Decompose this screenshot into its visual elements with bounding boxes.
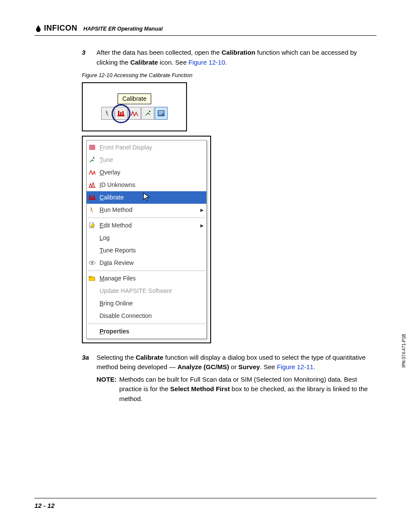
menu-item-label: Run Method [100, 205, 132, 215]
svg-rect-7 [159, 112, 164, 113]
menu-item-label: Tune Reports [100, 246, 136, 255]
menu-item-label: Disable Connection [100, 311, 152, 320]
svg-rect-9 [89, 145, 95, 150]
step-number: 3a [82, 353, 91, 404]
menu-item-label: Calibrate [100, 193, 124, 202]
submenu-arrow-icon: ▶ [200, 222, 204, 229]
calibrate-toolbar-icon[interactable] [115, 107, 128, 120]
panel-icon [88, 144, 96, 151]
tune-toolbar-icon[interactable] [141, 107, 154, 120]
menu-item-tune: Tune [87, 154, 206, 166]
menu-item-label: Edit Method [100, 221, 132, 230]
overlay-toolbar-icon[interactable] [128, 107, 141, 120]
menu-item-label: Overlay [100, 168, 120, 177]
calibrate-tooltip: Calibrate [118, 93, 151, 104]
blank-icon [88, 247, 96, 254]
menu-item-properties[interactable]: Properties [87, 325, 206, 338]
menu-item-run-method[interactable]: Run Method▶ [87, 204, 206, 216]
menu-item-label: Manage Files [100, 274, 136, 283]
blank-icon [88, 234, 96, 241]
page-header: INFICON HAPSITE ER Operating Manual [34, 24, 377, 36]
menu-item-manage-files[interactable]: Manage Files [87, 272, 206, 285]
note-block: NOTE: Methods can be built for Full Scan… [97, 375, 377, 404]
blank-icon [88, 328, 96, 335]
svg-rect-20 [89, 276, 91, 277]
id-icon [88, 181, 96, 188]
note-text: Methods can be built for Full Scan data … [119, 375, 377, 404]
svg-rect-8 [159, 114, 162, 115]
context-menu: Front Panel DisplayTuneOverlayID Unknown… [86, 140, 207, 339]
note-label: NOTE: [97, 375, 117, 404]
tune-icon [88, 156, 96, 163]
step-3a: 3a Selecting the Calibrate function will… [82, 353, 377, 404]
svg-rect-2 [120, 112, 121, 115]
blank-icon [88, 287, 96, 294]
menu-item-label: Properties [100, 327, 129, 336]
svg-rect-6 [159, 111, 164, 112]
menu-item-edit-method[interactable]: Edit Method▶ [87, 219, 206, 232]
menu-item-overlay[interactable]: Overlay [87, 166, 206, 179]
brand-name: INFICON [44, 24, 78, 33]
page-number: 12 - 12 [34, 498, 377, 509]
menu-item-label: Log [100, 233, 109, 243]
svg-rect-12 [89, 199, 96, 200]
calib-icon [88, 194, 96, 201]
menu-item-front-panel-display: Front Panel Display [87, 141, 206, 154]
droplet-icon [34, 25, 42, 32]
svg-point-18 [91, 262, 93, 264]
svg-rect-4 [149, 111, 150, 112]
menu-separator [87, 271, 206, 271]
figure-toolbar-box: Calibrate [82, 82, 187, 131]
review-icon [88, 259, 96, 266]
svg-rect-1 [118, 111, 119, 115]
document-code: IPN 074-471-P1B [402, 334, 406, 367]
svg-rect-15 [93, 196, 95, 199]
menu-item-label: Bring Online [100, 299, 133, 308]
step-number: 3 [82, 48, 91, 67]
menu-item-label: Update HAPSITE Software [100, 286, 172, 296]
menu-separator [87, 324, 206, 324]
menu-item-update-hapsite-software: Update HAPSITE Software [87, 285, 206, 297]
menu-item-bring-online[interactable]: Bring Online [87, 297, 206, 310]
menu-item-tune-reports[interactable]: Tune Reports [87, 244, 206, 257]
manual-title: HAPSITE ER Operating Manual [84, 26, 163, 33]
run-icon [88, 206, 96, 213]
svg-rect-13 [89, 195, 90, 199]
menu-item-disable-connection[interactable]: Disable Connection [87, 310, 206, 322]
figure-menu-box: Front Panel DisplayTuneOverlayID Unknown… [82, 136, 211, 343]
menu-item-log[interactable]: Log [87, 232, 206, 244]
figure-caption: Figure 12-10 Accessing the Calibrate Fun… [82, 72, 377, 80]
menu-item-label: ID Unknowns [100, 180, 135, 190]
submenu-arrow-icon: ▶ [200, 207, 204, 213]
files-icon [88, 275, 96, 282]
blank-icon [88, 312, 96, 319]
figure-link[interactable]: Figure 12-10 [188, 59, 225, 66]
overlay-icon [88, 169, 96, 176]
edit-icon [88, 222, 96, 229]
menu-separator [87, 218, 206, 218]
front-panel-toolbar-icon[interactable] [155, 107, 168, 120]
run-method-toolbar-icon[interactable] [101, 107, 114, 120]
menu-item-label: Tune [100, 156, 113, 165]
step-3: 3 After the data has been collected, ope… [82, 48, 377, 67]
menu-item-label: Front Panel Display [100, 143, 152, 152]
svg-rect-14 [91, 196, 93, 199]
svg-rect-10 [93, 157, 94, 159]
svg-rect-0 [118, 115, 125, 116]
menu-item-calibrate[interactable]: Calibrate [87, 191, 206, 204]
svg-rect-11 [89, 187, 96, 188]
svg-rect-3 [122, 111, 124, 115]
blank-icon [88, 300, 96, 307]
brand-logo: INFICON [34, 24, 78, 33]
step-body: After the data has been collected, open … [97, 48, 377, 67]
menu-item-data-review[interactable]: Data Review [87, 257, 206, 269]
toolbar-icons [101, 107, 168, 120]
step-body: Selecting the Calibrate function will di… [97, 353, 377, 404]
figure-link[interactable]: Figure 12-11 [277, 363, 314, 370]
menu-item-label: Data Review [100, 258, 134, 268]
page-content: 3 After the data has been collected, ope… [82, 48, 377, 404]
menu-item-id-unknowns[interactable]: ID Unknowns [87, 179, 206, 191]
